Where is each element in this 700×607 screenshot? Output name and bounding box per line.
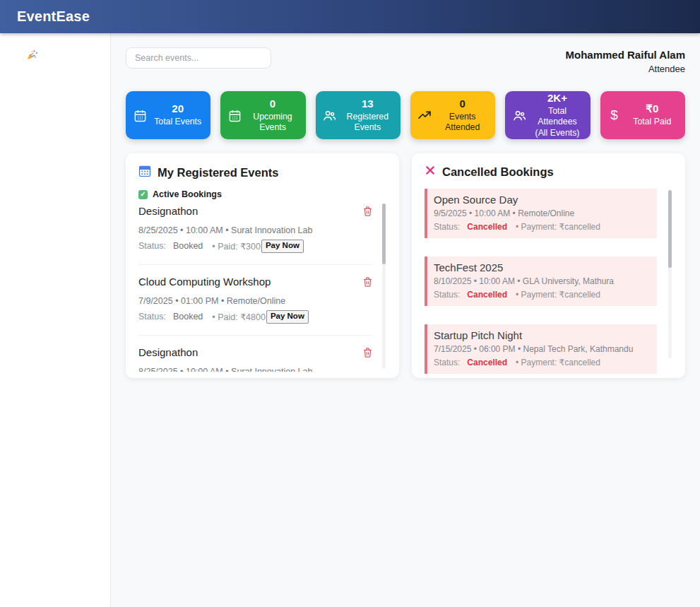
check-icon: ✓ — [138, 190, 148, 199]
stat-value: 0 — [246, 98, 299, 111]
stat-label: Total Paid — [626, 117, 679, 127]
status-label: Status: — [434, 290, 460, 300]
event-meta: 8/10/2025 • 10:00 AM • GLA University, M… — [434, 276, 650, 286]
event-title: Open Source Day — [434, 194, 650, 206]
event-meta: 7/15/2025 • 06:00 PM • Nepal Tech Park, … — [434, 344, 650, 354]
stat-icon — [511, 109, 527, 122]
stat-card-upcoming-events: 0 Upcoming Events — [220, 91, 305, 139]
delete-booking-button[interactable] — [363, 206, 372, 218]
top-navbar: EventEase — [0, 0, 700, 33]
registered-event-item: Designathon 8/25/2025 • 10:00 AM • Surat… — [138, 336, 372, 372]
sidebar — [0, 33, 111, 607]
registered-events-list: Designathon 8/25/2025 • 10:00 AM • Surat… — [138, 201, 386, 372]
stat-icon — [132, 109, 148, 122]
status-value: Cancelled — [467, 358, 507, 367]
status-value: Cancelled — [467, 290, 507, 300]
event-title: TechFest 2025 — [434, 261, 650, 273]
stat-icon — [607, 107, 622, 123]
event-meta: 7/9/2025 • 01:00 PM • Remote/Online — [138, 296, 372, 306]
status-value: Booked — [173, 241, 203, 251]
calendar-grid-icon — [138, 165, 151, 180]
stat-card-total-attendees: 2K+ Total Attendees (All Events) — [505, 91, 590, 139]
stat-label: Upcoming Events — [246, 112, 299, 134]
cross-icon — [425, 165, 436, 179]
party-popper-icon — [26, 49, 38, 64]
stat-label: Events Attended — [436, 112, 489, 134]
stat-card-registered-events: 13 Registered Events — [316, 91, 401, 139]
cancelled-booking-item: Open Source Day 9/5/2025 • 10:00 AM • Re… — [425, 189, 657, 238]
cancelled-bookings-panel: Cancelled Bookings Open Source Day 9/5/2… — [412, 153, 685, 378]
stat-value: 0 — [436, 98, 489, 111]
status-label: Status: — [434, 358, 460, 367]
trash-icon — [363, 349, 372, 360]
topbar: Mohammed Raiful Alam Attendee — [126, 47, 685, 74]
event-title: Designathon — [138, 205, 198, 217]
delete-booking-button[interactable] — [363, 348, 372, 360]
stat-value: 13 — [341, 98, 394, 111]
active-bookings-label: ✓ Active Bookings — [138, 189, 386, 199]
event-status-row: Status: Cancelled • Payment: ₹cancelled — [434, 358, 650, 367]
event-title: Cloud Computing Workshop — [138, 276, 271, 288]
brand-logo[interactable]: EventEase — [17, 8, 90, 25]
trash-icon — [363, 208, 372, 218]
status-label: Status: — [434, 222, 460, 232]
cancelled-scrollbar-track[interactable] — [668, 190, 672, 358]
event-title: Startup Pitch Night — [434, 329, 650, 341]
cancelled-booking-item: TechFest 2025 8/10/2025 • 10:00 AM • GLA… — [425, 257, 657, 306]
stat-card-total-paid: ₹0 Total Paid — [600, 91, 685, 139]
search-input[interactable] — [126, 47, 271, 69]
event-meta: 9/5/2025 • 10:00 AM • Remote/Online — [434, 208, 650, 218]
stat-icon — [227, 109, 242, 122]
event-title: Designathon — [138, 346, 198, 358]
user-block: Mohammed Raiful Alam Attendee — [566, 47, 685, 74]
cancelled-scrollbar-thumb[interactable] — [668, 190, 672, 268]
registered-panel-header: My Registered Events — [138, 165, 386, 180]
registered-scrollbar-track[interactable] — [382, 204, 386, 369]
delete-booking-button[interactable] — [363, 277, 372, 289]
trash-icon — [363, 278, 372, 289]
paid-amount: • Paid: ₹300 — [212, 241, 261, 252]
cancelled-panel-header: Cancelled Bookings — [425, 165, 672, 179]
status-value: Booked — [173, 312, 203, 322]
stat-value: ₹0 — [626, 102, 679, 116]
registered-scrollbar-thumb[interactable] — [382, 204, 386, 264]
user-name: Mohammed Raiful Alam — [566, 49, 685, 61]
pay-now-button[interactable]: Pay Now — [266, 310, 309, 324]
paid-amount: • Paid: ₹4800 — [212, 312, 266, 322]
stat-label: Total Events — [151, 117, 204, 127]
cancelled-booking-item: Startup Pitch Night 7/15/2025 • 06:00 PM… — [425, 324, 657, 374]
event-status-row: Status: Cancelled • Payment: ₹cancelled — [434, 222, 650, 232]
stat-label: Total Attendees (All Events) — [530, 106, 583, 139]
registered-events-panel: My Registered Events ✓ Active Bookings D… — [126, 153, 399, 378]
cancelled-bookings-list: Open Source Day 9/5/2025 • 10:00 AM • Re… — [425, 189, 672, 374]
stat-icon — [417, 108, 432, 122]
stat-icon — [322, 109, 338, 122]
event-status-row: Status: Cancelled • Payment: ₹cancelled — [434, 290, 650, 300]
pay-now-button[interactable]: Pay Now — [261, 240, 304, 253]
main-content: Mohammed Raiful Alam Attendee 20 Total E… — [111, 33, 700, 607]
event-meta: 8/25/2025 • 10:00 AM • Surat Innovation … — [138, 367, 372, 372]
payment-info: • Payment: ₹cancelled — [516, 222, 600, 232]
stat-value: 20 — [151, 102, 204, 116]
stats-row: 20 Total Events 0 Upcoming Events — [126, 91, 685, 139]
event-meta: 8/25/2025 • 10:00 AM • Surat Innovation … — [138, 225, 372, 235]
registered-event-item: Cloud Computing Workshop 7/9/2025 • 01:0… — [138, 265, 372, 336]
event-status-row: Status: Booked • Paid: ₹300 Pay Now — [138, 240, 372, 253]
status-label: Status: — [138, 241, 166, 251]
event-status-row: Status: Booked • Paid: ₹4800 Pay Now — [138, 310, 372, 324]
payment-info: • Payment: ₹cancelled — [516, 358, 600, 367]
status-value: Cancelled — [467, 222, 507, 232]
stat-card-events-attended: 0 Events Attended — [410, 91, 495, 139]
stat-card-total-events: 20 Total Events — [126, 91, 210, 139]
registered-event-item: Designathon 8/25/2025 • 10:00 AM • Surat… — [138, 201, 372, 265]
payment-info: • Payment: ₹cancelled — [516, 290, 600, 300]
stat-value: 2K+ — [530, 92, 583, 105]
status-label: Status: — [138, 312, 166, 322]
cancelled-panel-title: Cancelled Bookings — [442, 165, 554, 179]
user-role: Attendee — [566, 64, 685, 74]
stat-label: Registered Events — [341, 112, 394, 134]
registered-panel-title: My Registered Events — [158, 166, 278, 179]
